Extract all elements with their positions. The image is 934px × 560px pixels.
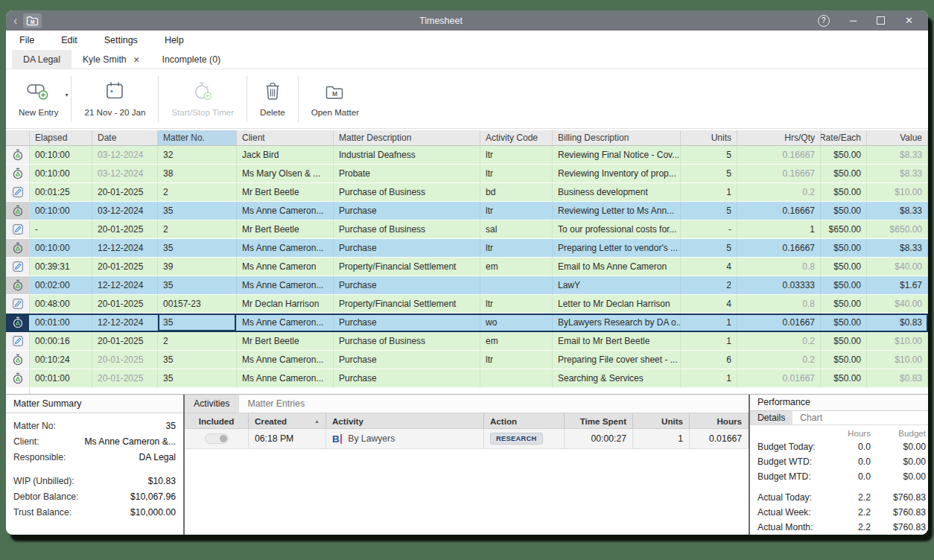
tab-da-legal[interactable]: DA Legal xyxy=(12,50,72,69)
icon-column-stub xyxy=(6,388,30,394)
column-header-action[interactable]: Action xyxy=(484,413,565,428)
new-entry-button[interactable]: New Entry▾ xyxy=(6,69,71,128)
cell-units: 1 xyxy=(633,429,690,448)
table-row[interactable]: 00:02:0012-12-202435Ms Anne Cameron...Pu… xyxy=(6,276,928,295)
column-header-elapsed[interactable]: Elapsed xyxy=(30,130,92,145)
field-value: Ms Anne Cameron &... xyxy=(84,436,176,447)
close-icon[interactable]: ✕ xyxy=(905,16,913,25)
perf-budget-value: $0.00 xyxy=(871,442,928,452)
delete-button[interactable]: Delete xyxy=(247,69,298,128)
tab-details[interactable]: Details xyxy=(750,411,792,424)
perf-hours-value: 2.2 xyxy=(830,522,871,532)
field-label: Debtor Balance: xyxy=(13,491,78,502)
close-tab-icon[interactable]: ✕ xyxy=(133,55,140,64)
column-header-rate-each[interactable]: Rate/Each xyxy=(821,130,867,145)
table-row[interactable]: 00:10:0003-12-202438Ms Mary Olsen & ...P… xyxy=(6,165,928,183)
cell-elapsed: 00:01:00 xyxy=(30,369,92,388)
cell-billing-description: To our professional costs for... xyxy=(553,220,681,239)
table-row[interactable]: -20-01-20252Mr Bert BeetlePurchase of Bu… xyxy=(6,220,928,239)
field-label: Responsible: xyxy=(13,452,66,462)
help-icon[interactable]: ? xyxy=(818,15,830,27)
table-row[interactable]: 00:48:0020-01-202500157-23Mr Declan Harr… xyxy=(6,295,928,314)
cell-elapsed: 00:48:00 xyxy=(30,295,92,314)
table-row[interactable]: 00:10:0012-12-202435Ms Anne Cameron...Pu… xyxy=(6,239,928,258)
tab-activities[interactable]: Activities xyxy=(185,395,239,413)
column-header-value[interactable]: Value xyxy=(867,130,928,145)
cell-matter-description: Purchase xyxy=(334,276,480,295)
column-header-hours[interactable]: Hours xyxy=(690,413,749,428)
cell-elapsed: 00:10:24 xyxy=(30,351,92,369)
cell-elapsed: 00:39:31 xyxy=(30,258,92,276)
performance-row-budget-today: Budget Today:0.0$0.00 xyxy=(750,439,928,454)
cell-elapsed: 00:10:00 xyxy=(30,202,92,220)
edit-entry-icon xyxy=(6,258,30,276)
cell-units: 6 xyxy=(681,351,737,369)
cell-date: 12-12-2024 xyxy=(92,314,158,332)
menu-settings[interactable]: Settings xyxy=(104,35,138,45)
activity-name: By Lawyers xyxy=(348,433,395,444)
matter-folder-icon[interactable]: M xyxy=(23,13,42,28)
tab-matter-entries[interactable]: Matter Entries xyxy=(239,395,314,413)
cell-hrs-qty: 0.2 xyxy=(737,183,821,202)
cell-matter-description: Probate xyxy=(334,165,480,183)
cell-rate-each: $50.00 xyxy=(821,295,867,314)
column-header-billing-description[interactable]: Billing Description xyxy=(553,130,681,145)
table-row[interactable]: 00:01:2520-01-20252Mr Bert BeetlePurchas… xyxy=(6,183,928,202)
cell-billing-description: Reviewing Final Notice - Cov... xyxy=(553,146,681,165)
back-icon[interactable]: ‹ xyxy=(13,15,17,27)
cell-activity-code: sal xyxy=(480,220,553,239)
column-header-date[interactable]: Date xyxy=(92,130,158,145)
column-header-created[interactable]: Created▲ xyxy=(249,413,326,428)
column-header-hrs-qty[interactable]: Hrs/Qty xyxy=(737,130,821,145)
open-matter-button[interactable]: MOpen Matter xyxy=(299,69,372,128)
cell-value: $10.00 xyxy=(867,183,928,202)
column-header-units[interactable]: Units xyxy=(633,413,690,428)
cell-units: 1 xyxy=(681,332,737,351)
perf-label: Budget Today: xyxy=(750,442,830,452)
column-header-activity[interactable]: Activity xyxy=(326,413,484,428)
column-header-matter-description[interactable]: Matter Description xyxy=(334,130,480,145)
21-nov-20-jan-button[interactable]: 21 Nov - 20 Jan xyxy=(72,69,158,128)
cell-activity-code: ltr xyxy=(480,165,553,183)
cell-matter-description: Purchase of Business xyxy=(334,183,480,202)
column-header-matter-no[interactable]: Matter No. xyxy=(158,130,237,145)
column-header-activity-code[interactable]: Activity Code xyxy=(480,130,553,145)
caret-down-icon[interactable]: ▾ xyxy=(65,92,68,98)
cell-elapsed: 00:10:00 xyxy=(30,146,92,165)
perf-budget-value: $760.83 xyxy=(871,522,928,532)
table-row[interactable]: 00:01:0012-12-202435Ms Anne Cameron...Pu… xyxy=(6,314,928,332)
column-header-included[interactable]: Included xyxy=(185,413,249,428)
activity-row[interactable]: 06:18 PMBBy LawyersRESEARCH00:00:2710.01… xyxy=(185,429,749,449)
tab-incomplete-0[interactable]: Incomplete (0) xyxy=(151,50,232,69)
column-header-hours: Hours xyxy=(830,428,871,438)
menu-edit[interactable]: Edit xyxy=(61,35,77,45)
table-row[interactable]: 00:10:0003-12-202432Jack BirdIndustrial … xyxy=(6,146,928,165)
tab-chart[interactable]: Chart xyxy=(792,411,830,424)
menu-file[interactable]: File xyxy=(19,35,34,45)
cell-date: 20-01-2025 xyxy=(92,295,158,314)
maximize-icon[interactable] xyxy=(877,16,885,25)
menu-bar: FileEditSettingsHelp xyxy=(6,31,928,50)
included-toggle[interactable] xyxy=(205,433,229,444)
column-header-units[interactable]: Units xyxy=(681,130,737,145)
column-header-time-spent[interactable]: Time Spent xyxy=(565,413,633,428)
edit-entry-icon xyxy=(6,332,30,351)
table-row[interactable]: 00:01:0020-01-202535Ms Anne Cameron...Pu… xyxy=(6,369,928,388)
cell-billing-description: Preparing File cover sheet - ... xyxy=(553,351,681,369)
tab-kyle-smith[interactable]: Kyle Smith✕ xyxy=(72,50,151,69)
table-row[interactable]: 00:10:2420-01-202535Ms Anne Cameron...Pu… xyxy=(6,351,928,369)
table-row[interactable]: 00:39:3120-01-202539Ms Anne CameronPrope… xyxy=(6,258,928,276)
field-value: $10.83 xyxy=(148,476,176,486)
cell-matter-no cell matter: 2 xyxy=(158,220,237,239)
cell-rate-each: $50.00 xyxy=(821,258,867,276)
table-row[interactable]: 00:00:1620-01-20252Mr Bert BeetlePurchas… xyxy=(6,332,928,351)
menu-help[interactable]: Help xyxy=(165,35,184,45)
cell-hrs-qty: 0.16667 xyxy=(737,239,821,258)
minimize-icon[interactable]: ─ xyxy=(850,16,857,25)
column-header-icon[interactable] xyxy=(6,130,30,145)
column-header-client[interactable]: Client xyxy=(237,130,334,145)
timer-entry-icon xyxy=(6,276,30,295)
table-row[interactable]: 00:10:0003-12-202435Ms Anne Cameron...Pu… xyxy=(6,202,928,220)
field-value: $10,067.96 xyxy=(130,491,176,502)
cell-billing-description: ByLawyers Research by DA o... xyxy=(553,314,681,332)
